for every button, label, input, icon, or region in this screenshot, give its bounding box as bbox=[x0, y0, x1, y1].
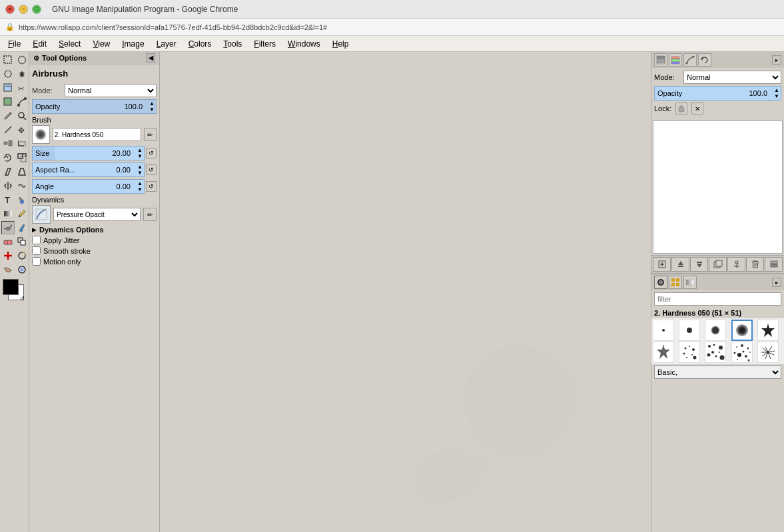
measure-tool[interactable] bbox=[1, 123, 15, 136]
layer-opacity-arrows[interactable]: ▲▼ bbox=[774, 87, 779, 99]
ellipse-select-tool[interactable] bbox=[15, 53, 29, 67]
align-tool[interactable] bbox=[1, 137, 15, 150]
crop-tool[interactable] bbox=[15, 137, 29, 150]
size-arrows[interactable]: ▲▼ bbox=[137, 147, 143, 159]
menu-help[interactable]: Help bbox=[327, 38, 354, 50]
channels-icon-tab[interactable] bbox=[669, 53, 682, 67]
paint-bucket-tool[interactable] bbox=[15, 193, 29, 206]
rect-select-tool[interactable] bbox=[1, 53, 15, 67]
duplicate-layer-btn[interactable] bbox=[709, 257, 727, 272]
free-select-tool[interactable] bbox=[1, 67, 15, 81]
foreground-select-tool[interactable] bbox=[1, 95, 15, 109]
size-slider[interactable]: Size 20.00 ▲▼ bbox=[32, 146, 145, 160]
undo-icon-tab[interactable] bbox=[698, 53, 711, 67]
aspect-slider[interactable]: Aspect Ra... 0.00 ▲▼ bbox=[32, 162, 145, 177]
menu-image[interactable]: Image bbox=[117, 38, 149, 50]
dynamics-edit-btn[interactable]: ✏ bbox=[143, 208, 157, 221]
mode-select[interactable]: Normal Dissolve Multiply bbox=[65, 84, 157, 97]
ink-tool[interactable] bbox=[15, 221, 29, 234]
brush-category-select[interactable]: Basic, bbox=[654, 366, 781, 379]
menu-edit[interactable]: Edit bbox=[27, 38, 52, 50]
menu-select[interactable]: Select bbox=[53, 38, 86, 50]
lock-pixels-btn[interactable] bbox=[675, 103, 687, 115]
pencil-tool[interactable] bbox=[15, 207, 29, 220]
text-tool[interactable]: T bbox=[1, 193, 15, 206]
angle-slider[interactable]: Angle 0.00 ▲▼ bbox=[32, 179, 145, 194]
motion-only-label[interactable]: Motion only bbox=[43, 258, 81, 266]
layers-icon-tab[interactable] bbox=[654, 53, 667, 67]
opacity-arrows[interactable]: ▲▼ bbox=[149, 101, 155, 113]
maximize-window-btn[interactable]: □ bbox=[32, 5, 41, 14]
select-by-color-tool[interactable] bbox=[1, 81, 15, 95]
opacity-slider-row[interactable]: Opacity 100.0 ▲▼ bbox=[32, 99, 157, 114]
brush-cell-star[interactable] bbox=[757, 320, 779, 341]
brush-filter-input[interactable] bbox=[654, 292, 781, 306]
dynamics-select[interactable]: Pressure Opacit None bbox=[53, 208, 141, 221]
brush-cell-scatter1[interactable] bbox=[679, 342, 700, 363]
heal-tool[interactable] bbox=[1, 249, 15, 262]
airbrush-tool[interactable] bbox=[1, 221, 15, 234]
brush-panel-expand-btn[interactable]: ▸ bbox=[772, 278, 781, 287]
menu-view[interactable]: View bbox=[87, 38, 115, 50]
paths-icon-tab[interactable] bbox=[683, 53, 697, 67]
menu-windows[interactable]: Windows bbox=[282, 38, 326, 50]
brush-edit-btn[interactable]: ✏ bbox=[144, 128, 157, 141]
gradients-tab[interactable] bbox=[683, 276, 697, 289]
brush-cell-splat[interactable] bbox=[757, 342, 779, 363]
size-reset-btn[interactable]: ↺ bbox=[146, 148, 157, 158]
brush-cell-medium-circle[interactable] bbox=[705, 320, 726, 341]
perspective-tool[interactable] bbox=[15, 165, 29, 178]
close-window-btn[interactable]: × bbox=[5, 5, 15, 14]
paths-tool[interactable] bbox=[15, 95, 29, 109]
menu-tools[interactable]: Tools bbox=[218, 38, 247, 50]
patterns-tab[interactable] bbox=[669, 276, 682, 289]
brush-cell-tiny-circle[interactable] bbox=[653, 320, 674, 341]
warp-tool[interactable] bbox=[15, 179, 29, 192]
tool-options-collapse-btn[interactable]: ◀ bbox=[146, 53, 155, 63]
smooth-stroke-label[interactable]: Smooth stroke bbox=[43, 247, 91, 255]
canvas-area[interactable] bbox=[160, 52, 651, 532]
brush-tab-active[interactable] bbox=[654, 276, 667, 289]
brush-name-field[interactable] bbox=[53, 128, 141, 141]
aspect-reset-btn[interactable]: ↺ bbox=[146, 164, 157, 175]
brush-cell-small-circle[interactable] bbox=[679, 320, 700, 341]
shear-tool[interactable] bbox=[1, 165, 15, 178]
lower-layer-btn[interactable] bbox=[690, 257, 708, 272]
menu-file[interactable]: File bbox=[3, 38, 26, 50]
raise-layer-btn[interactable] bbox=[671, 257, 689, 272]
merge-layers-btn[interactable] bbox=[765, 257, 783, 272]
color-picker-tool[interactable] bbox=[1, 109, 15, 123]
apply-jitter-checkbox[interactable] bbox=[32, 236, 41, 244]
zoom-tool[interactable] bbox=[15, 109, 29, 123]
scale-tool[interactable] bbox=[15, 151, 29, 164]
fuzzy-select-tool[interactable] bbox=[15, 67, 29, 81]
color-reset-icon[interactable]: ↺ bbox=[20, 296, 25, 302]
motion-only-checkbox[interactable] bbox=[32, 257, 41, 266]
angle-reset-btn[interactable]: ↺ bbox=[146, 181, 157, 192]
menu-filters[interactable]: Filters bbox=[248, 38, 281, 50]
scissors-tool[interactable]: ✂ bbox=[15, 81, 29, 95]
dynamics-options-section[interactable]: ▶ Dynamics Options bbox=[32, 226, 157, 234]
eraser-tool[interactable] bbox=[1, 235, 15, 248]
layer-mode-select[interactable]: Normal bbox=[683, 71, 781, 84]
address-text[interactable]: https://www.rollapp.com/client?sessionId… bbox=[19, 23, 779, 31]
move-tool[interactable]: ✥ bbox=[15, 123, 29, 136]
brush-cell-scatter3[interactable] bbox=[731, 342, 753, 363]
smudge-tool[interactable] bbox=[1, 263, 15, 276]
aspect-arrows[interactable]: ▲▼ bbox=[137, 164, 143, 176]
brush-cell-star2[interactable] bbox=[653, 342, 674, 363]
menu-layer[interactable]: Layer bbox=[151, 38, 182, 50]
angle-arrows[interactable]: ▲▼ bbox=[137, 180, 143, 192]
rotate-tool[interactable] bbox=[1, 151, 15, 164]
layer-panel-expand-btn[interactable]: ▸ bbox=[772, 55, 781, 65]
layer-opacity-row[interactable]: Opacity 100.0 ▲▼ bbox=[654, 86, 781, 101]
brush-preview[interactable] bbox=[32, 125, 50, 144]
layer-list[interactable] bbox=[653, 121, 783, 254]
smooth-stroke-checkbox[interactable] bbox=[32, 246, 41, 255]
lock-alpha-btn[interactable]: ✕ bbox=[691, 103, 703, 115]
minimize-window-btn[interactable]: − bbox=[19, 5, 28, 14]
new-layer-btn[interactable] bbox=[653, 257, 671, 272]
anchor-layer-btn[interactable] bbox=[727, 257, 745, 272]
menu-colors[interactable]: Colors bbox=[183, 38, 217, 50]
brush-cell-selected[interactable] bbox=[731, 320, 753, 341]
